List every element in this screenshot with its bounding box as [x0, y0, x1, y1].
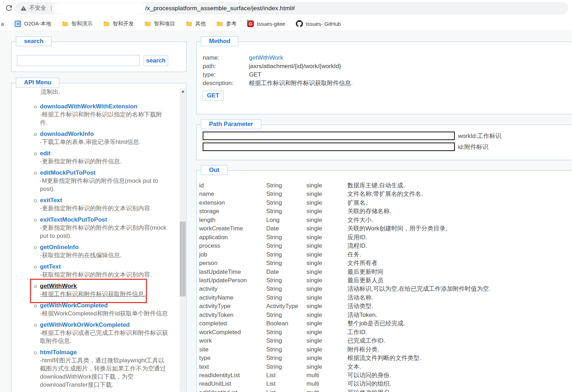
security-warning-icon[interactable] [20, 5, 26, 11]
bookmark-item[interactable]: a [1, 21, 4, 27]
api-method-description: -根据工作标识和附件标识获取附件信息. [40, 290, 169, 298]
bookmark-label: 智和项目 [154, 20, 175, 27]
out-field-description: 附件框分类. [347, 345, 572, 354]
path-parameter-input[interactable] [203, 132, 455, 140]
api-method-link[interactable]: getWithWorkCompleted [40, 301, 169, 309]
out-field-multiplicity: single [306, 276, 347, 285]
api-method-link[interactable]: getOnlineInfo [40, 243, 169, 251]
api-method-link[interactable]: downloadWorkInfo [40, 130, 169, 138]
api-method-item[interactable]: getText -获取指定附件标识的附件的文本识别内容. [40, 263, 169, 279]
api-method-link[interactable]: exitTextMockPutToPost [40, 216, 169, 224]
out-field-description: 可以访问的组织. [347, 380, 572, 388]
api-method-link[interactable]: getText [40, 263, 169, 271]
reload-icon[interactable] [5, 4, 14, 13]
out-field-name: name [199, 190, 266, 198]
out-field-type: String [266, 242, 306, 250]
api-method-item[interactable]: editMockPutToPost -M更新指定附件标识的附件信息(mock p… [40, 169, 169, 193]
method-panel-legend: Method [201, 36, 238, 46]
api-method-link[interactable]: getWithWorkOrWorkCompleted [40, 321, 169, 329]
bookmark-label: O2OA-本地 [24, 20, 51, 27]
out-field-description: 已完成工作ID. [347, 337, 572, 345]
bookmark-item[interactable]: O2OA-本地 [14, 20, 51, 27]
out-field-multiplicity: single [306, 259, 347, 267]
get-request-button[interactable]: GET [203, 91, 224, 101]
search-button[interactable]: search [144, 55, 168, 66]
table-row: application String single 应用ID. [199, 233, 572, 242]
method-field-row: name: getWithWork [203, 54, 572, 62]
api-method-item[interactable]: downloadWorkInfo -下载工单的表单,审批记录等html信息. [40, 130, 169, 146]
out-field-type: String [266, 276, 306, 285]
out-field-description: 可以修改的用户. [347, 388, 572, 392]
redacted-host [55, 4, 144, 13]
bookmark-item[interactable]: G Issues-gitee [247, 20, 285, 27]
api-method-link[interactable]: htmlToImage [40, 348, 169, 356]
out-field-description: 文件大小. [347, 216, 572, 224]
bookmark-item[interactable]: 智和开发 [103, 20, 134, 27]
table-row: readUnitList List multi 可以访问的组织. [199, 380, 572, 388]
api-method-item[interactable]: downloadWithWorkWithExtension -根据工作标识和附件… [40, 102, 169, 127]
method-field-value: getWithWork [249, 54, 283, 62]
api-menu-panel: API Menu 流制出. downloadWithWorkWithExtens… [11, 83, 186, 392]
table-row: length Long single 文件大小. [199, 216, 572, 224]
path-parameter-row: workId:工作标识 [203, 132, 572, 140]
out-field-name: process [199, 242, 266, 250]
api-menu-scroll-area[interactable]: 流制出. downloadWithWorkWithExtension -根据工作… [12, 88, 186, 392]
out-field-type: String [266, 345, 306, 354]
out-field-description: 活动名称. [347, 294, 572, 302]
api-method-description: -根据工作标识和附件标识以指定的名称下载附件. [40, 110, 169, 127]
api-method-item[interactable]: getWithWorkCompleted -根据WorkCompleted和附件… [40, 301, 169, 318]
out-field-type: Boolean [266, 319, 306, 328]
api-method-link[interactable]: exitText [40, 196, 169, 204]
api-method-description: -根据工作标识或者已完成工作标识和附件标识获取附件信息. [40, 329, 169, 345]
api-method-item[interactable]: getWithWorkOrWorkCompleted -根据工作标识或者已完成工… [40, 321, 169, 345]
method-field-label: type: [203, 71, 249, 79]
out-field-description: 文本. [347, 363, 572, 371]
api-method-item[interactable]: exitText -更新指定附件标识的附件的文本识别内容. [40, 196, 169, 212]
api-method-item[interactable]: getOnlineInfo -获取指定附件的在线编辑信息. [40, 243, 169, 259]
bookmarks-bar: a O2OA-本地 智和演示 智和开发 智和项目 其他 参考 G Issues-… [0, 17, 572, 31]
path-parameter-input[interactable] [203, 143, 455, 151]
out-field-multiplicity: single [306, 319, 347, 328]
bookmark-item[interactable]: 参考 [216, 20, 237, 27]
out-field-type: String [266, 363, 306, 371]
api-method-link[interactable]: downloadWithWorkWithExtension [40, 102, 169, 110]
api-method-item[interactable]: edit -更新指定附件标识的附件信息. [40, 149, 169, 165]
out-field-multiplicity: single [306, 285, 347, 293]
out-field-name: workCompleted [199, 328, 266, 337]
security-warning-label: 不安全 [29, 5, 46, 12]
api-method-item[interactable]: exitTextMockPutToPost -更新指定附件标识的附件的文本识别内… [40, 216, 169, 240]
api-method-item[interactable]: htmlToImage -html转图片工具类，通过微软playwright工具… [40, 348, 169, 389]
table-row: readIdentityList List multi 可以访问的身份. [199, 371, 572, 380]
api-method-description: -更新指定附件标识的附件的文本识别内容. [40, 204, 169, 212]
bookmark-item[interactable]: 智和演示 [62, 20, 93, 27]
bookmark-icon [103, 20, 110, 27]
menu-scrollbar[interactable] [180, 88, 186, 392]
out-field-multiplicity: single [306, 251, 347, 259]
api-method-link[interactable]: getWithWork [40, 282, 169, 290]
address-bar[interactable]: 不安全 | /x_processplatform_assemble_surfac… [15, 2, 568, 14]
table-row: text String single 文本. [199, 363, 572, 371]
out-panel: Out id String single 数据库主键,自动生成. name St… [196, 170, 572, 392]
bookmark-item[interactable]: Issues- GitHub [296, 20, 341, 27]
out-field-name: activity [199, 285, 266, 293]
scrollbar-up-arrow-icon[interactable] [180, 88, 186, 94]
out-field-name: lastUpdatePerson [199, 276, 266, 285]
out-field-name: completed [199, 319, 266, 328]
out-field-name: activityToken [199, 311, 266, 319]
out-field-type: String [266, 294, 306, 302]
api-method-link[interactable]: edit [40, 149, 169, 157]
out-field-name: workCreateTime [199, 224, 266, 233]
api-method-item[interactable]: getWithWork -根据工作标识和附件标识获取附件信息. [40, 282, 169, 298]
search-input[interactable] [17, 55, 139, 66]
out-field-name: site [199, 345, 266, 354]
bookmark-item[interactable]: 智和项目 [144, 20, 175, 27]
bookmark-label: 其他 [195, 20, 206, 27]
out-field-multiplicity: single [306, 345, 347, 354]
out-field-type: String [266, 207, 306, 216]
out-field-multiplicity: single [306, 337, 347, 345]
out-field-description: 工作ID. [347, 328, 572, 337]
scrollbar-thumb[interactable] [180, 222, 186, 296]
bookmark-item[interactable]: 其他 [186, 20, 206, 27]
api-method-link[interactable]: editMockPutToPost [40, 169, 169, 177]
out-field-multiplicity: single [306, 302, 347, 310]
